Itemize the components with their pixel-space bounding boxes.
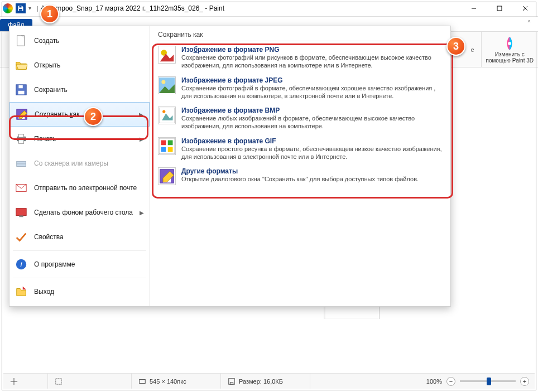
svg-point-28 bbox=[161, 80, 165, 84]
menu-exit-label: Выход bbox=[34, 288, 54, 296]
format-jpeg[interactable]: Изображение в формате JPEG Сохранение фо… bbox=[158, 76, 443, 100]
format-gif-desc: Сохранение простого рисунка в формате, о… bbox=[181, 145, 443, 161]
other-formats-icon bbox=[158, 167, 176, 185]
status-filesize-value: Размер: 16,0КБ bbox=[239, 378, 283, 385]
save-as-icon bbox=[16, 108, 28, 120]
png-icon bbox=[158, 46, 176, 64]
selection-icon bbox=[55, 378, 63, 385]
menu-print-label: Печать bbox=[34, 135, 56, 143]
statusbar: 545 × 140пкс Размер: 16,0КБ 100% − + bbox=[3, 373, 535, 389]
exit-icon bbox=[15, 285, 27, 298]
menu-send-email[interactable]: Отправить по электронной почте bbox=[9, 176, 150, 200]
svg-rect-44 bbox=[229, 378, 235, 384]
annotation-badge-2: 2 bbox=[84, 107, 103, 126]
cursor-pos-icon bbox=[10, 378, 18, 385]
format-bmp-desc: Сохранение любых изображений в формате, … bbox=[181, 114, 443, 130]
format-other-desc: Открытие диалогового окна "Сохранить как… bbox=[181, 175, 419, 183]
menu-open[interactable]: Открыть bbox=[9, 53, 150, 78]
chevron-right-icon: ▶ bbox=[140, 136, 144, 142]
svg-rect-36 bbox=[168, 147, 173, 152]
status-cursor bbox=[3, 374, 48, 389]
jpeg-icon bbox=[158, 76, 176, 94]
file-menu-left: Создать Открыть Сохранить Сохранить как … bbox=[9, 26, 150, 306]
svg-rect-45 bbox=[230, 382, 233, 384]
status-dimensions-value: 545 × 140пкс bbox=[150, 378, 186, 385]
open-folder-icon bbox=[15, 59, 27, 71]
status-dimensions: 545 × 140пкс bbox=[132, 374, 221, 389]
collapse-ribbon-icon[interactable]: ˄ bbox=[520, 17, 538, 31]
checkmark-icon bbox=[15, 231, 27, 243]
dimensions-icon bbox=[138, 378, 146, 385]
menu-exit[interactable]: Выход bbox=[9, 279, 150, 304]
zoom-percentage: 100% bbox=[426, 378, 442, 385]
format-png[interactable]: Изображение в формате PNG Сохранение фот… bbox=[158, 46, 443, 70]
menu-properties-label: Свойства bbox=[34, 233, 64, 241]
zoom-out-button[interactable]: − bbox=[446, 377, 455, 386]
printer-icon bbox=[15, 133, 27, 145]
status-filesize: Размер: 16,0КБ bbox=[221, 374, 310, 389]
bmp-icon bbox=[158, 107, 176, 124]
format-other[interactable]: Другие форматы Открытие диалогового окна… bbox=[158, 167, 443, 185]
svg-rect-21 bbox=[19, 216, 23, 217]
menu-properties[interactable]: Свойства bbox=[9, 225, 150, 249]
format-jpeg-desc: Сохранение фотографий в формате, обеспеч… bbox=[181, 84, 443, 100]
menu-save-as-label: Сохранить как bbox=[35, 110, 79, 118]
submenu-header: Сохранить как bbox=[158, 31, 443, 41]
menu-save[interactable]: Сохранить bbox=[9, 78, 150, 102]
menu-about[interactable]: i О программе bbox=[9, 252, 150, 277]
svg-rect-35 bbox=[161, 147, 166, 152]
menu-scanner-label: Со сканера или камеры bbox=[34, 159, 108, 167]
gif-icon bbox=[158, 137, 176, 155]
svg-rect-9 bbox=[18, 91, 25, 94]
scanner-icon bbox=[15, 157, 27, 170]
svg-marker-24 bbox=[23, 287, 26, 290]
email-icon bbox=[15, 182, 27, 194]
menu-scanner: Со сканера или камеры bbox=[9, 151, 150, 176]
menu-save-as[interactable]: Сохранить как ▶ bbox=[9, 102, 150, 127]
menu-open-label: Открыть bbox=[34, 61, 60, 69]
format-gif-title: Изображение в формате GIF bbox=[181, 137, 443, 145]
new-file-icon bbox=[15, 35, 27, 47]
svg-rect-10 bbox=[18, 85, 22, 89]
chevron-right-icon: ▶ bbox=[139, 112, 143, 118]
svg-rect-43 bbox=[140, 379, 146, 383]
svg-rect-16 bbox=[18, 140, 23, 143]
format-png-title: Изображение в формате PNG bbox=[181, 46, 443, 54]
format-jpeg-title: Изображение в формате JPEG bbox=[181, 76, 443, 84]
info-icon: i bbox=[15, 258, 27, 270]
menu-save-label: Сохранить bbox=[34, 86, 68, 94]
annotation-badge-3: 3 bbox=[446, 37, 465, 56]
chevron-right-icon: ▶ bbox=[140, 210, 144, 216]
svg-rect-20 bbox=[16, 209, 26, 216]
svg-rect-42 bbox=[56, 378, 62, 384]
status-selection bbox=[48, 374, 132, 389]
save-as-submenu: Сохранить как Изображение в формате PNG … bbox=[150, 26, 450, 306]
menu-wallpaper-label: Сделать фоном рабочего стола bbox=[34, 209, 133, 216]
zoom-slider[interactable] bbox=[460, 380, 516, 382]
disk-icon bbox=[228, 378, 236, 385]
zoom-thumb[interactable] bbox=[487, 378, 491, 385]
menu-divider bbox=[13, 278, 146, 278]
format-gif[interactable]: Изображение в формате GIF Сохранение про… bbox=[158, 137, 443, 161]
menu-create-label: Создать bbox=[34, 37, 60, 45]
menu-divider bbox=[13, 250, 146, 251]
format-bmp-title: Изображение в формате BMP bbox=[181, 107, 443, 114]
save-icon bbox=[15, 84, 27, 96]
file-menu: Создать Открыть Сохранить Сохранить как … bbox=[9, 26, 451, 307]
wallpaper-icon bbox=[15, 206, 27, 219]
menu-wallpaper[interactable]: Сделать фоном рабочего стола ▶ bbox=[9, 200, 150, 225]
menu-create[interactable]: Создать bbox=[9, 28, 150, 53]
zoom-controls: 100% − + bbox=[421, 377, 535, 386]
annotation-badge-1: 1 bbox=[40, 4, 59, 23]
menu-send-email-label: Отправить по электронной почте bbox=[34, 184, 137, 192]
format-png-desc: Сохранение фотографий или рисунков в фор… bbox=[181, 54, 443, 70]
menu-print[interactable]: Печать ▶ bbox=[9, 127, 150, 151]
svg-rect-15 bbox=[18, 134, 23, 138]
format-other-title: Другие форматы bbox=[181, 167, 419, 175]
svg-rect-33 bbox=[161, 140, 166, 145]
svg-rect-34 bbox=[168, 140, 173, 145]
menu-about-label: О программе bbox=[34, 260, 75, 268]
format-bmp[interactable]: Изображение в формате BMP Сохранение люб… bbox=[158, 107, 443, 130]
zoom-in-button[interactable]: + bbox=[520, 377, 529, 386]
svg-point-31 bbox=[162, 110, 165, 113]
